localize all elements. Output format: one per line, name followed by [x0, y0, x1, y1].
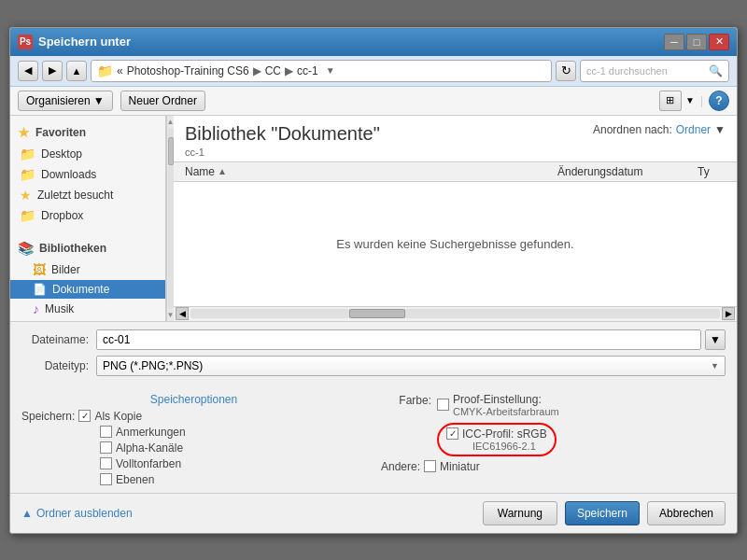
layers-label: Ebenen [116, 473, 154, 486]
h-scroll-thumb [349, 309, 405, 318]
close-button[interactable]: ✕ [709, 34, 729, 50]
sidebar-item-music[interactable]: ♪ Musik [10, 299, 165, 319]
scroll-thumb [168, 137, 174, 165]
h-scroll-track [190, 309, 720, 318]
sidebar: ★ Favoriten 📁 Desktop 📁 Downloads ★ Zule… [10, 116, 166, 321]
sort-arrow: ▲ [218, 166, 227, 176]
col-type: Ty [698, 165, 726, 178]
options-title[interactable]: Speicheroptionen [21, 393, 366, 406]
proof-right: Proof-Einstellung: CMYK-Arbeitsfarbraum [453, 393, 559, 417]
spot-row: Volltonfarben [21, 457, 366, 470]
title-bar-left: Ps Speichern unter [18, 35, 131, 49]
other-label: Andere: [381, 460, 420, 473]
arrange-value[interactable]: Ordner [676, 123, 711, 136]
content-area: Bibliothek "Dokumente" cc-1 Anordnen nac… [174, 116, 737, 321]
alpha-checkbox[interactable] [100, 441, 112, 454]
layers-checkbox[interactable] [100, 473, 112, 485]
sidebar-item-dropbox-label: Dropbox [41, 209, 83, 222]
filetype-select[interactable]: PNG (*.PNG;*.PNS) ▼ [96, 356, 726, 376]
desktop-folder-icon: 📁 [20, 147, 35, 161]
help-button[interactable]: ? [709, 91, 729, 111]
annotations-checkbox[interactable] [100, 426, 112, 438]
back-button[interactable]: ◀ [18, 61, 38, 81]
h-scroll-right[interactable]: ▶ [722, 307, 735, 320]
sidebar-item-documents[interactable]: 📄 Dokumente [10, 280, 165, 299]
view-button[interactable]: ⊞ [659, 91, 682, 111]
favorites-header: ★ Favoriten [10, 121, 165, 144]
save-label: Speichern: [21, 410, 75, 423]
as-copy-checkbox[interactable] [78, 410, 91, 422]
warn-button[interactable]: Warnung [483, 501, 557, 525]
content-header: Bibliothek "Dokumente" cc-1 Anordnen nac… [174, 116, 737, 161]
cmyk-label: CMYK-Arbeitsfarbraum [453, 406, 559, 417]
up-button[interactable]: ▲ [66, 61, 87, 81]
icc-sublabel: IEC61966-2.1 [472, 441, 536, 452]
sidebar-item-images-label: Bilder [51, 263, 80, 276]
horizontal-scrollbar[interactable]: ◀ ▶ [174, 306, 737, 321]
proof-label: Proof-Einstellung: [453, 393, 559, 406]
sidebar-item-desktop[interactable]: 📁 Desktop [10, 144, 165, 164]
sidebar-item-recent-label: Zuletzt besucht [37, 189, 113, 202]
cancel-button[interactable]: Abbrechen [647, 501, 726, 525]
spot-checkbox[interactable] [100, 457, 112, 469]
filename-input[interactable] [96, 329, 701, 350]
sidebar-item-downloads[interactable]: 📁 Downloads [10, 164, 165, 185]
organize-button[interactable]: Organisieren ▼ [18, 91, 113, 111]
h-scroll-left[interactable]: ◀ [176, 307, 189, 320]
toolbar-right: ⊞ ▼ | ? [659, 91, 729, 111]
libraries-label: Bibliotheken [39, 242, 106, 255]
form-area: Dateiname: ▼ Dateityp: PNG (*.PNG;*.PNS)… [10, 321, 737, 389]
save-row: Speichern: Als Kopie [21, 410, 366, 423]
downloads-folder-icon: 📁 [20, 167, 35, 182]
breadcrumb-arrow: ▼ [326, 65, 335, 76]
arrange-bar: Anordnen nach: Ordner ▼ [593, 123, 726, 136]
column-header: Name ▲ Änderungsdatum Ty [174, 161, 737, 182]
hide-folder-button[interactable]: ▲ Ordner ausblenden [21, 507, 133, 520]
options-right: Farbe: Proof-Einstellung: CMYK-Arbeitsfa… [381, 393, 726, 489]
search-bar[interactable]: cc-1 durchsuchen 🔍 [580, 60, 729, 82]
ps-icon: Ps [18, 35, 33, 49]
music-icon: ♪ [33, 301, 39, 316]
arrange-label: Anordnen nach: [593, 123, 672, 136]
filename-dropdown-button[interactable]: ▼ [705, 329, 726, 350]
content-empty-message: Es wurden keine Suchergebnisse gefunden. [174, 182, 737, 306]
filename-label: Dateiname: [21, 333, 96, 346]
scroll-track [168, 128, 174, 309]
view-separator: | [700, 94, 703, 107]
options-left: Speicheroptionen Speichern: Als Kopie An… [21, 393, 366, 489]
filename-row: Dateiname: ▼ [21, 329, 726, 350]
dropbox-folder-icon: 📁 [20, 208, 35, 223]
organize-label: Organisieren [26, 94, 91, 107]
save-button[interactable]: Speichern [565, 501, 640, 525]
sidebar-item-recent[interactable]: ★ Zuletzt besucht [10, 185, 165, 205]
sidebar-scrollbar[interactable]: ▲ ▼ [166, 116, 174, 321]
maximize-button[interactable]: □ [686, 34, 707, 50]
icc-checkbox[interactable] [446, 427, 458, 440]
hide-folder-label: Ordner ausblenden [36, 507, 133, 520]
footer-bar: ▲ Ordner ausblenden Warnung Speichern Ab… [10, 493, 737, 533]
icc-highlight: ICC-Profil: sRGB IEC61966-2.1 [437, 423, 557, 456]
miniature-checkbox[interactable] [424, 460, 436, 472]
col-date: Änderungsdatum [557, 165, 698, 178]
arrange-arrow: ▼ [714, 123, 726, 136]
col-name: Name ▲ [185, 165, 557, 178]
forward-button[interactable]: ▶ [42, 61, 63, 81]
filetype-value: PNG (*.PNG;*.PNS) [103, 359, 203, 372]
libraries-section: 📚 Bibliotheken 🖼 Bilder 📄 Dokumente ♪ Mu… [10, 235, 165, 321]
breadcrumb[interactable]: 📁 « Photoshop-Training CS6 ▶ CC ▶ cc-1 ▼ [91, 60, 552, 82]
favorites-label: Favoriten [35, 126, 86, 139]
sidebar-item-dropbox[interactable]: 📁 Dropbox [10, 205, 165, 226]
main-area: ★ Favoriten 📁 Desktop 📁 Downloads ★ Zule… [10, 116, 737, 321]
sidebar-item-images[interactable]: 🖼 Bilder [10, 259, 165, 280]
favorites-star-icon: ★ [18, 125, 30, 140]
new-folder-button[interactable]: Neuer Ordner [120, 91, 205, 111]
refresh-button[interactable]: ↻ [556, 61, 576, 81]
breadcrumb-path1: Photoshop-Training CS6 [127, 64, 249, 77]
sidebar-item-desktop-label: Desktop [41, 147, 82, 161]
proof-checkbox[interactable] [437, 399, 449, 411]
breadcrumb-sep1: ▶ [253, 64, 261, 77]
breadcrumb-path3: cc-1 [297, 64, 318, 77]
images-lib-icon: 🖼 [33, 262, 46, 277]
minimize-button[interactable]: ─ [664, 34, 684, 50]
annotations-label: Anmerkungen [116, 426, 186, 439]
